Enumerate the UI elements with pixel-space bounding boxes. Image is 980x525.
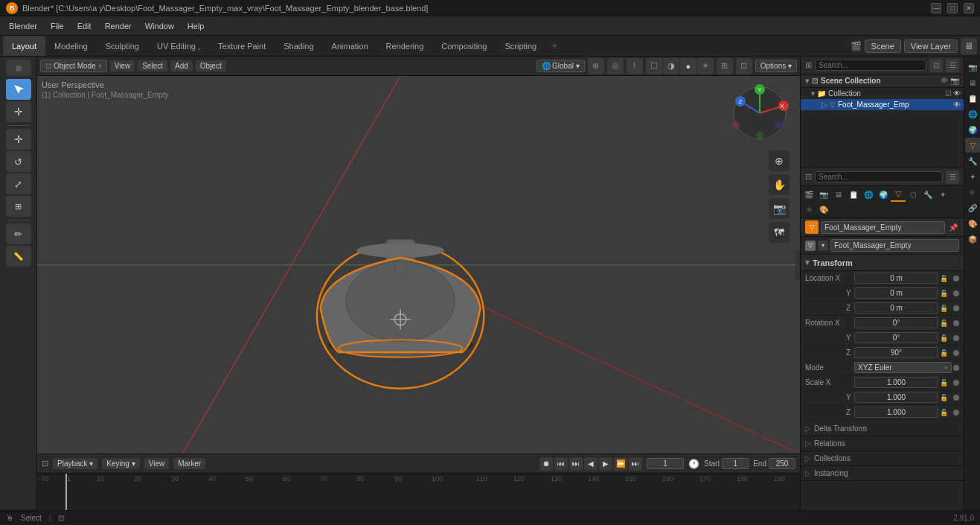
tool-transform[interactable]: ⊞ bbox=[6, 196, 31, 217]
rotation-z-lock[interactable]: 🔓 bbox=[940, 349, 952, 357]
tab-add[interactable]: + bbox=[545, 37, 563, 54]
next-keyframe-btn[interactable]: ⏭ bbox=[629, 457, 642, 471]
location-z-dot[interactable] bbox=[953, 305, 959, 311]
scale-y-dot[interactable] bbox=[953, 395, 959, 401]
scale-y-input[interactable]: 1.000 bbox=[854, 392, 938, 403]
step-back-btn[interactable]: ⏭ bbox=[569, 457, 583, 471]
obj-data-name-input[interactable] bbox=[830, 239, 959, 252]
location-x-dot[interactable] bbox=[953, 276, 959, 281]
falloff-icon[interactable]: ⌇ bbox=[627, 58, 643, 74]
collections-header[interactable]: ▷ Collections bbox=[801, 451, 964, 466]
view-btn-timeline[interactable]: View bbox=[144, 458, 170, 469]
delta-transform-header[interactable]: ▷ Delta Transform bbox=[801, 421, 964, 436]
props-tab-physics[interactable]: ⚛ bbox=[801, 202, 816, 217]
header-area-icon[interactable]: ⊞ bbox=[6, 60, 31, 76]
menu-file[interactable]: File bbox=[45, 20, 70, 32]
nav-ortho[interactable]: 🗺 bbox=[769, 222, 790, 243]
scale-z-dot[interactable] bbox=[953, 410, 959, 416]
tool-measure[interactable]: 📏 bbox=[6, 246, 31, 267]
view-layer-dropdown[interactable]: View Layer bbox=[904, 39, 958, 53]
maximize-button[interactable]: □ bbox=[947, 3, 958, 13]
prev-keyframe-btn[interactable]: ⏮ bbox=[554, 457, 568, 471]
nav-pan[interactable]: ✋ bbox=[769, 174, 790, 195]
shading-render-btn[interactable]: ☀ bbox=[697, 58, 714, 74]
tab-shading[interactable]: Shading bbox=[275, 36, 322, 56]
props-tab-modifier[interactable]: 🔧 bbox=[920, 187, 935, 202]
proportional-icon[interactable]: ◎ bbox=[607, 58, 624, 74]
vp-add-btn[interactable]: Add bbox=[170, 60, 193, 71]
ps-render-icon[interactable]: 📷 bbox=[965, 60, 980, 74]
tab-layout[interactable]: Layout bbox=[3, 36, 45, 56]
outliner-filter2-btn[interactable]: ☰ bbox=[946, 59, 959, 72]
tool-rotate[interactable]: ↺ bbox=[6, 151, 31, 172]
current-frame-input[interactable]: 1 bbox=[647, 458, 684, 469]
instancing-header[interactable]: ▷ Instancing bbox=[801, 466, 964, 481]
props-search[interactable] bbox=[815, 171, 943, 182]
vp-select-btn[interactable]: Select bbox=[138, 60, 167, 71]
ps-data-icon[interactable]: 📦 bbox=[965, 232, 980, 246]
end-frame-input[interactable]: 250 bbox=[769, 458, 795, 469]
vp-gizmo-toggle[interactable]: ⊞ bbox=[717, 58, 733, 74]
ps-output-icon[interactable]: 🖥 bbox=[965, 75, 980, 90]
tab-compositing[interactable]: Compositing bbox=[432, 36, 496, 56]
tool-cursor[interactable]: ✛ bbox=[6, 101, 31, 122]
rotation-y-lock[interactable]: 🔓 bbox=[940, 334, 952, 342]
outliner-object-row[interactable]: ▷ ▽ Foot_Massager_Emp 👁 bbox=[801, 99, 964, 110]
scale-x-dot[interactable] bbox=[953, 380, 959, 386]
right-panel-collapse[interactable]: ⋮ bbox=[795, 250, 800, 280]
scale-z-input[interactable]: 1.000 bbox=[854, 407, 938, 418]
outliner-filter-btn[interactable]: ⊡ bbox=[929, 59, 943, 72]
menu-window[interactable]: Window bbox=[139, 20, 180, 32]
props-tab-world[interactable]: 🌍 bbox=[876, 187, 891, 202]
scene-dropdown[interactable]: Scene bbox=[865, 39, 901, 53]
props-tab-view-layer[interactable]: 📋 bbox=[846, 187, 861, 202]
mode-value-dropdown[interactable]: XYZ Euler ▾ bbox=[854, 362, 952, 373]
ps-world-icon[interactable]: 🌍 bbox=[965, 122, 980, 137]
play-back-btn[interactable]: ◀ bbox=[584, 457, 598, 471]
tab-uv-editing[interactable]: UV Editing , bbox=[148, 36, 209, 56]
scene-render-icon[interactable]: 📷 bbox=[950, 77, 959, 85]
props-tab-mesh[interactable]: ⬡ bbox=[906, 187, 920, 202]
props-tab-render[interactable]: 📷 bbox=[816, 187, 831, 202]
props-tab-object[interactable]: ▽ bbox=[891, 187, 906, 202]
menu-edit[interactable]: Edit bbox=[71, 20, 97, 32]
timeline-track[interactable]: -70 1 10 20 30 40 50 60 70 80 90 100 110… bbox=[37, 474, 800, 510]
tool-move[interactable]: ✛ bbox=[6, 129, 31, 150]
ps-physics-icon[interactable]: ⚛ bbox=[965, 185, 980, 200]
shading-solid-btn[interactable]: ◑ bbox=[663, 58, 679, 74]
keying-dropdown[interactable]: Keying ▾ bbox=[102, 458, 139, 469]
location-z-lock[interactable]: 🔓 bbox=[940, 305, 952, 312]
ps-view-layer-icon[interactable]: 📋 bbox=[965, 91, 980, 106]
menu-blender[interactable]: Blender bbox=[3, 20, 43, 32]
vp-object-btn[interactable]: Object bbox=[196, 60, 226, 71]
props-tab-material[interactable]: 🎨 bbox=[816, 202, 831, 217]
rotation-y-dot[interactable] bbox=[953, 335, 959, 341]
nav-gizmo[interactable]: X Y Z bbox=[730, 83, 790, 143]
record-btn[interactable]: ⏺ bbox=[539, 457, 553, 471]
snap-icon[interactable]: ⊕ bbox=[588, 58, 604, 74]
tab-sculpting[interactable]: Sculpting bbox=[97, 36, 148, 56]
vp-overlay-toggle[interactable]: ⊡ bbox=[736, 58, 752, 74]
location-x-input[interactable]: 0 m bbox=[854, 273, 938, 284]
vp-options-btn[interactable]: Options ▾ bbox=[755, 60, 797, 72]
location-z-input[interactable]: 0 m bbox=[854, 302, 938, 314]
start-frame-input[interactable]: 1 bbox=[722, 458, 749, 469]
props-filter-btn[interactable]: ☰ bbox=[946, 171, 959, 184]
tab-modeling[interactable]: Modeling bbox=[45, 36, 97, 56]
obj-eye-icon[interactable]: 👁 bbox=[953, 101, 961, 109]
menu-render[interactable]: Render bbox=[99, 20, 138, 32]
step-forward-btn[interactable]: ⏩ bbox=[614, 457, 627, 471]
props-tab-particles[interactable]: ✦ bbox=[935, 187, 950, 202]
location-x-lock[interactable]: 🔓 bbox=[940, 275, 952, 282]
ps-particles-icon[interactable]: ✦ bbox=[965, 169, 980, 184]
scale-x-lock[interactable]: 🔓 bbox=[940, 379, 952, 386]
rotation-z-dot[interactable] bbox=[953, 350, 959, 356]
scale-z-lock[interactable]: 🔓 bbox=[940, 409, 952, 416]
obj-pin-icon[interactable]: 📌 bbox=[947, 221, 959, 233]
location-y-lock[interactable]: 🔓 bbox=[940, 290, 952, 297]
close-button[interactable]: ✕ bbox=[964, 3, 974, 13]
render-icon[interactable]: 🖥 bbox=[961, 38, 977, 54]
rotation-z-input[interactable]: 90° bbox=[854, 347, 938, 358]
menu-help[interactable]: Help bbox=[182, 20, 211, 32]
mode-dot[interactable] bbox=[953, 365, 959, 371]
